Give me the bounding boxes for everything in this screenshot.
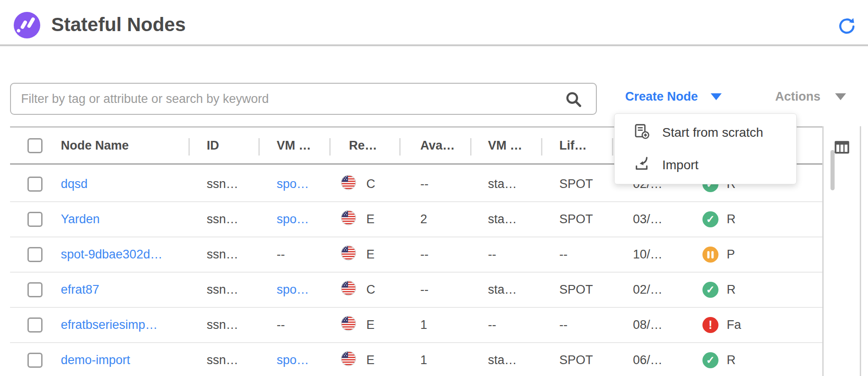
column-header-vm-size[interactable]: VM … <box>470 128 541 163</box>
create-node-menu: Start from scratch Import <box>614 113 797 184</box>
region-cell: E <box>329 308 399 342</box>
az-cell: -- <box>399 237 470 272</box>
column-header-vm-name[interactable]: VM … <box>258 128 329 163</box>
table-right-border <box>860 126 861 376</box>
vm-name-link: -- <box>277 247 285 262</box>
column-header-region[interactable]: Re… <box>329 128 399 163</box>
column-separator <box>541 138 542 156</box>
status-icon <box>702 317 718 333</box>
column-separator <box>399 138 401 156</box>
vm-size-cell: -- <box>470 308 541 342</box>
table-row: demo-import ssn… spo… <box>10 343 822 376</box>
status-cell: R <box>683 202 822 236</box>
status-text: Fa <box>727 318 741 332</box>
status-icon <box>702 282 718 298</box>
row-checkbox[interactable] <box>27 317 43 333</box>
node-name-link[interactable]: Yarden <box>61 212 100 226</box>
created-cell: 02/… <box>612 273 683 307</box>
chevron-down-icon <box>711 93 722 100</box>
columns-icon <box>833 150 851 157</box>
filter-input[interactable] <box>10 83 597 115</box>
lifecycle-cell: SPOT <box>541 273 612 307</box>
header-select-all-cell <box>10 128 50 163</box>
spot-logo-icon <box>14 12 40 38</box>
status-text: R <box>727 353 736 367</box>
column-picker-cell <box>822 126 861 376</box>
column-separator <box>258 138 260 156</box>
node-name-link[interactable]: demo-import <box>61 353 130 367</box>
az-cell: 2 <box>399 202 470 236</box>
row-select-cell <box>10 237 50 272</box>
table-scrollbar-thumb[interactable] <box>830 150 835 190</box>
table-row: Yarden ssn… spo… <box>10 202 822 237</box>
region-cell: C <box>329 273 399 307</box>
vm-size-cell: sta… <box>470 273 541 307</box>
table-row: efratbseriesimp… ssn… -- <box>10 308 822 343</box>
az-cell: -- <box>399 167 470 201</box>
region-cell: E <box>329 343 399 376</box>
node-name-link[interactable]: efratbseriesimp… <box>61 318 158 332</box>
vm-size-cell: sta… <box>470 167 541 201</box>
chevron-down-icon <box>835 93 846 100</box>
refresh-button[interactable] <box>837 16 855 35</box>
region-letter: E <box>366 318 375 332</box>
vm-name-link[interactable]: spo… <box>277 283 309 297</box>
vm-name-link[interactable]: spo… <box>277 212 309 226</box>
lifecycle-cell: -- <box>541 237 612 272</box>
create-node-button[interactable]: Create Node <box>625 90 722 104</box>
column-separator <box>329 138 331 156</box>
file-plus-icon <box>633 123 650 143</box>
region-letter: C <box>366 177 375 191</box>
row-checkbox[interactable] <box>27 247 43 262</box>
region-cell: E <box>329 202 399 236</box>
region-letter: E <box>366 247 375 262</box>
node-id-cell: ssn… <box>188 343 258 376</box>
row-select-cell <box>10 343 50 376</box>
status-cell: P <box>683 237 822 272</box>
status-cell: R <box>683 273 822 307</box>
column-separator <box>612 138 613 156</box>
us-flag-icon <box>341 175 356 193</box>
node-name-link[interactable]: dqsd <box>61 177 88 191</box>
vm-size-cell: sta… <box>470 202 541 236</box>
column-header-node-name[interactable]: Node Name <box>50 128 188 163</box>
vm-name-link[interactable]: spo… <box>277 353 309 367</box>
row-checkbox[interactable] <box>27 353 43 368</box>
row-select-cell <box>10 308 50 342</box>
status-cell: R <box>683 343 822 376</box>
created-cell: 08/… <box>612 308 683 342</box>
region-letter: E <box>366 353 375 367</box>
node-name-link[interactable]: spot-9dbae302d… <box>61 247 162 262</box>
actions-button[interactable]: Actions <box>775 90 846 104</box>
row-checkbox[interactable] <box>27 282 43 297</box>
menu-item-import[interactable]: Import <box>615 149 796 181</box>
column-separator <box>470 138 472 156</box>
row-checkbox[interactable] <box>27 212 43 227</box>
lifecycle-cell: SPOT <box>541 202 612 236</box>
column-header-id[interactable]: ID <box>188 128 258 163</box>
header-divider <box>0 44 868 46</box>
column-header-az[interactable]: Ava… <box>399 128 470 163</box>
search-icon[interactable] <box>564 90 583 108</box>
status-icon <box>702 247 718 263</box>
select-all-checkbox[interactable] <box>27 138 43 153</box>
status-text: R <box>727 283 736 297</box>
column-settings-button[interactable] <box>833 139 851 156</box>
table-body: dqsd ssn… spo… <box>10 167 822 376</box>
row-checkbox[interactable] <box>27 177 43 192</box>
column-header-lifecycle[interactable]: Lif… <box>541 128 612 163</box>
row-select-cell <box>10 202 50 236</box>
menu-item-label: Start from scratch <box>662 125 763 140</box>
table-row: spot-9dbae302d… ssn… -- <box>10 237 822 273</box>
us-flag-icon <box>341 245 356 264</box>
us-flag-icon <box>341 351 356 370</box>
vm-name-link[interactable]: spo… <box>277 177 309 191</box>
status-icon <box>702 352 718 368</box>
us-flag-icon <box>341 210 356 229</box>
node-id-cell: ssn… <box>188 237 258 272</box>
vm-size-cell: -- <box>470 237 541 272</box>
region-letter: E <box>366 212 375 226</box>
node-name-link[interactable]: efrat87 <box>61 283 99 297</box>
menu-item-start-from-scratch[interactable]: Start from scratch <box>615 117 796 149</box>
node-id-cell: ssn… <box>188 273 258 307</box>
